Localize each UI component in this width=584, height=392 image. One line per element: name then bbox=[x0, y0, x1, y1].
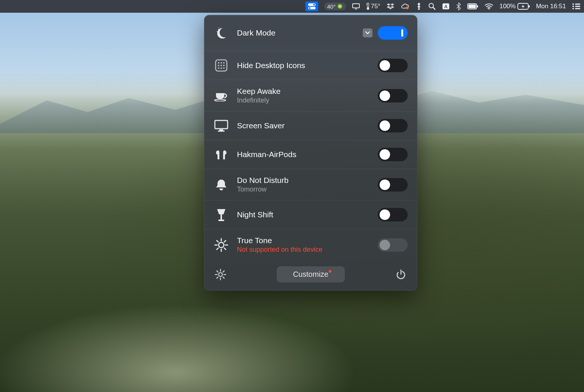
battery-charging-icon bbox=[517, 3, 530, 10]
dark-mode-dropdown[interactable] bbox=[363, 28, 372, 37]
menubar-input-icon[interactable]: A bbox=[442, 3, 450, 10]
menubar-thermometer[interactable]: N 75° bbox=[366, 3, 380, 10]
row-airpods: Hakman-AirPods bbox=[204, 140, 417, 169]
notification-dot bbox=[329, 270, 331, 273]
menubar: 40° N 75° A 100% Mon 16:51 bbox=[0, 0, 584, 13]
svg-point-25 bbox=[572, 6, 574, 7]
menubar-diamond-icon[interactable] bbox=[416, 2, 422, 10]
lamp-icon bbox=[214, 207, 229, 222]
row-label: Dark Mode bbox=[237, 28, 355, 37]
svg-line-53 bbox=[217, 241, 218, 242]
row-label: True Tone bbox=[237, 236, 369, 245]
svg-point-5 bbox=[339, 5, 341, 7]
svg-point-30 bbox=[217, 31, 218, 32]
row-hide-desktop-icons: Hide Desktop Icons bbox=[204, 51, 417, 80]
svg-rect-26 bbox=[575, 6, 580, 7]
row-label: Hide Desktop Icons bbox=[237, 61, 369, 70]
menubar-dropbox-icon[interactable] bbox=[386, 3, 395, 10]
svg-rect-7 bbox=[353, 4, 359, 7]
airpods-toggle[interactable] bbox=[378, 148, 408, 161]
svg-point-42 bbox=[215, 99, 226, 101]
row-sublabel: Indefinitely bbox=[237, 97, 369, 104]
keep-awake-toggle[interactable] bbox=[378, 89, 408, 102]
svg-point-3 bbox=[309, 7, 310, 9]
settings-button[interactable] bbox=[214, 268, 227, 281]
moon-icon bbox=[214, 25, 229, 40]
row-sublabel: Tomorrow bbox=[237, 186, 369, 193]
power-icon bbox=[395, 269, 407, 280]
svg-rect-47 bbox=[218, 220, 224, 221]
menubar-wifi-icon[interactable] bbox=[484, 3, 493, 10]
row-night-shift: Night Shift bbox=[204, 200, 417, 229]
svg-point-39 bbox=[218, 67, 219, 69]
svg-line-63 bbox=[223, 277, 225, 278]
svg-rect-43 bbox=[215, 120, 228, 129]
svg-point-41 bbox=[223, 67, 225, 69]
coffee-icon bbox=[214, 88, 229, 103]
true-tone-toggle bbox=[378, 238, 408, 252]
svg-point-20 bbox=[489, 8, 490, 9]
menubar-notification-center-icon[interactable] bbox=[572, 3, 580, 9]
row-true-tone: True Tone Not supported on this device bbox=[204, 229, 417, 260]
panel-footer: Customize bbox=[204, 260, 417, 291]
svg-rect-46 bbox=[220, 214, 222, 220]
svg-rect-24 bbox=[575, 4, 580, 5]
weather-temp: 40° bbox=[327, 3, 336, 10]
screen-saver-toggle[interactable] bbox=[378, 119, 408, 132]
battery-percent-text: 100% bbox=[499, 3, 515, 10]
row-screen-saver: Screen Saver bbox=[204, 111, 417, 140]
row-label: Night Shift bbox=[237, 210, 369, 219]
svg-point-40 bbox=[220, 67, 222, 69]
svg-point-27 bbox=[572, 8, 574, 9]
menubar-battery-icon[interactable] bbox=[467, 3, 478, 9]
svg-point-1 bbox=[313, 4, 315, 5]
svg-point-33 bbox=[218, 62, 219, 64]
svg-text:A: A bbox=[444, 4, 448, 9]
power-button[interactable] bbox=[394, 268, 408, 281]
clock-text: Mon 16:51 bbox=[536, 3, 566, 10]
hide-desktop-icons-toggle[interactable] bbox=[378, 59, 408, 72]
svg-point-34 bbox=[220, 62, 222, 64]
dnd-toggle[interactable] bbox=[378, 178, 408, 192]
bell-icon bbox=[214, 177, 229, 192]
thermometer-temp: 75° bbox=[371, 3, 380, 10]
svg-rect-45 bbox=[218, 131, 225, 132]
airpods-icon bbox=[214, 147, 229, 162]
menubar-weather[interactable]: 40° bbox=[324, 3, 346, 10]
row-do-not-disturb: Do Not Disturb Tomorrow bbox=[204, 169, 417, 200]
weather-icon bbox=[337, 3, 343, 9]
svg-point-37 bbox=[220, 65, 222, 66]
row-label: Keep Awake bbox=[237, 87, 369, 96]
grid-icon bbox=[214, 58, 229, 73]
menubar-cloud-icon[interactable] bbox=[401, 3, 410, 10]
svg-rect-8 bbox=[355, 9, 357, 9]
control-panel: Dark Mode Hide Desktop Icons Keep A bbox=[204, 15, 417, 291]
svg-line-62 bbox=[217, 271, 218, 272]
svg-point-38 bbox=[223, 65, 225, 66]
svg-point-48 bbox=[219, 242, 224, 248]
sun-icon bbox=[214, 238, 229, 252]
svg-point-12 bbox=[406, 7, 409, 9]
svg-line-14 bbox=[433, 7, 435, 9]
night-shift-toggle[interactable] bbox=[378, 208, 408, 221]
menubar-app-onesswitch[interactable] bbox=[305, 1, 318, 11]
row-label: Screen Saver bbox=[237, 121, 369, 130]
row-sublabel: Not supported on this device bbox=[237, 246, 369, 254]
menubar-bluetooth-icon[interactable] bbox=[456, 2, 461, 10]
monitor-icon bbox=[214, 118, 229, 133]
menubar-clock[interactable]: Mon 16:51 bbox=[536, 3, 566, 10]
svg-text:N: N bbox=[366, 3, 368, 5]
svg-rect-44 bbox=[219, 129, 223, 131]
customize-button[interactable]: Customize bbox=[277, 266, 345, 282]
chevron-down-icon bbox=[365, 31, 370, 34]
gear-icon bbox=[215, 269, 226, 281]
customize-label: Customize bbox=[293, 270, 328, 278]
menubar-display-icon[interactable] bbox=[352, 3, 360, 10]
row-dark-mode: Dark Mode bbox=[204, 15, 417, 51]
row-label: Hakman-AirPods bbox=[237, 150, 369, 159]
svg-line-54 bbox=[224, 248, 226, 249]
dark-mode-toggle[interactable] bbox=[378, 26, 408, 40]
menubar-spotlight-icon[interactable] bbox=[428, 3, 436, 10]
svg-line-55 bbox=[224, 241, 226, 242]
svg-line-64 bbox=[223, 271, 225, 272]
